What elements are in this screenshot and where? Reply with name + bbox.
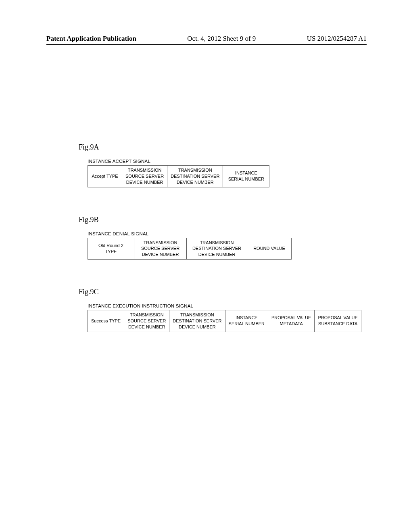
- fig9c-cell-destination: TRANSMISSIONDESTINATION SERVERDEVICE NUM…: [169, 310, 225, 332]
- fig9b-cell-source: TRANSMISSIONSOURCE SERVERDEVICE NUMBER: [134, 238, 187, 260]
- fig9a-cell-type: Accept TYPE: [88, 166, 122, 187]
- figure-9c: Fig.9C INSTANCE EXECUTION INSTRUCTION SI…: [79, 288, 367, 332]
- fig9c-cell-proposal-substance: PROPOSAL VALUESUBSTANCE DATA: [315, 310, 361, 332]
- figure-9a-label: Fig.9A: [79, 143, 367, 152]
- header-date-sheet: Oct. 4, 2012 Sheet 9 of 9: [187, 35, 256, 43]
- figure-9b-title: INSTANCE DENIAL SIGNAL: [88, 231, 367, 236]
- page-header: Patent Application Publication Oct. 4, 2…: [0, 35, 413, 45]
- figure-9a: Fig.9A INSTANCE ACCEPT SIGNAL Accept TYP…: [79, 143, 367, 187]
- figure-9b-label: Fig.9B: [79, 216, 367, 224]
- header-publication: Patent Application Publication: [46, 35, 136, 43]
- figure-9a-title: INSTANCE ACCEPT SIGNAL: [88, 159, 367, 164]
- fig9b-cell-type: Old Round 2TYPE: [88, 238, 134, 260]
- fig9a-cell-instance: INSTANCESERIAL NUMBER: [223, 166, 269, 187]
- figure-9a-table: Accept TYPE TRANSMISSIONSOURCE SERVERDEV…: [88, 165, 269, 187]
- header-pub-number: US 2012/0254287 A1: [307, 35, 367, 43]
- fig9c-cell-instance: INSTANCESERIAL NUMBER: [225, 310, 268, 332]
- figure-9c-table: Success TYPE TRANSMISSIONSOURCE SERVERDE…: [88, 310, 361, 332]
- figure-9c-label: Fig.9C: [79, 288, 367, 296]
- fig9b-cell-round: ROUND VALUE: [247, 238, 292, 260]
- figure-9b-table: Old Round 2TYPE TRANSMISSIONSOURCE SERVE…: [88, 238, 292, 260]
- figure-9c-title: INSTANCE EXECUTION INSTRUCTION SIGNAL: [88, 303, 367, 308]
- fig9c-cell-proposal-metadata: PROPOSAL VALUEMETADATA: [268, 310, 315, 332]
- figure-content: Fig.9A INSTANCE ACCEPT SIGNAL Accept TYP…: [79, 143, 367, 356]
- fig9b-cell-destination: TRANSMISSIONDESTINATION SERVERDEVICE NUM…: [187, 238, 247, 260]
- figure-9b: Fig.9B INSTANCE DENIAL SIGNAL Old Round …: [79, 216, 367, 260]
- fig9c-cell-type: Success TYPE: [88, 310, 124, 332]
- fig9a-cell-source: TRANSMISSIONSOURCE SERVERDEVICE NUMBER: [122, 166, 167, 187]
- fig9c-cell-source: TRANSMISSIONSOURCE SERVERDEVICE NUMBER: [124, 310, 169, 332]
- fig9a-cell-destination: TRANSMISSIONDESTINATION SERVERDEVICE NUM…: [167, 166, 223, 187]
